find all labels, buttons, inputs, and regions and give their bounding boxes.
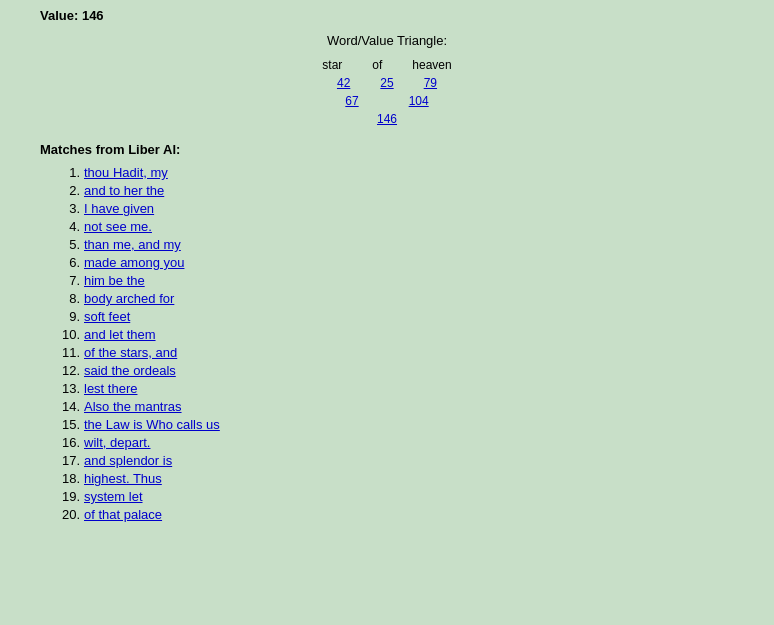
- list-item-link[interactable]: and let them: [84, 327, 156, 342]
- triangle-word-star: star: [322, 58, 342, 72]
- list-item-number: 8.: [50, 291, 80, 306]
- list-item: 8.body arched for: [50, 291, 734, 306]
- list-item: 17.and splendor is: [50, 453, 734, 468]
- list-item-number: 10.: [50, 327, 80, 342]
- matches-list: 1.thou Hadit, my2.and to her the3.I have…: [50, 165, 734, 522]
- list-item-number: 1.: [50, 165, 80, 180]
- list-item-number: 19.: [50, 489, 80, 504]
- list-item: 1.thou Hadit, my: [50, 165, 734, 180]
- list-item-link[interactable]: said the ordeals: [84, 363, 176, 378]
- list-item-number: 9.: [50, 309, 80, 324]
- list-item-number: 17.: [50, 453, 80, 468]
- triangle-values-row: 42 25 79: [40, 76, 734, 90]
- triangle-val-104[interactable]: 104: [409, 94, 429, 108]
- list-item-number: 7.: [50, 273, 80, 288]
- triangle-row2: 67 104: [40, 94, 734, 108]
- triangle-val-79[interactable]: 79: [424, 76, 437, 90]
- list-item-number: 2.: [50, 183, 80, 198]
- list-item-link[interactable]: made among you: [84, 255, 184, 270]
- list-item-number: 20.: [50, 507, 80, 522]
- list-item: 15.the Law is Who calls us: [50, 417, 734, 432]
- list-item-link[interactable]: Also the mantras: [84, 399, 182, 414]
- list-item: 12.said the ordeals: [50, 363, 734, 378]
- list-item-number: 14.: [50, 399, 80, 414]
- list-item-number: 16.: [50, 435, 80, 450]
- list-item: 20.of that palace: [50, 507, 734, 522]
- value-line: Value: 146: [40, 8, 734, 23]
- triangle-section: Word/Value Triangle: star of heaven 42 2…: [40, 33, 734, 126]
- triangle-word-of: of: [372, 58, 382, 72]
- list-item-link[interactable]: thou Hadit, my: [84, 165, 168, 180]
- triangle-total[interactable]: 146: [377, 112, 397, 126]
- list-item: 7.him be the: [50, 273, 734, 288]
- triangle-total-row: 146: [40, 112, 734, 126]
- list-item-number: 4.: [50, 219, 80, 234]
- list-item-number: 12.: [50, 363, 80, 378]
- matches-title: Matches from Liber Al:: [40, 142, 734, 157]
- list-item-link[interactable]: I have given: [84, 201, 154, 216]
- triangle-title: Word/Value Triangle:: [40, 33, 734, 48]
- list-item-link[interactable]: him be the: [84, 273, 145, 288]
- list-item-link[interactable]: wilt, depart.: [84, 435, 150, 450]
- list-item: 16.wilt, depart.: [50, 435, 734, 450]
- list-item: 10.and let them: [50, 327, 734, 342]
- list-item-link[interactable]: and splendor is: [84, 453, 172, 468]
- list-item-link[interactable]: highest. Thus: [84, 471, 162, 486]
- list-item: 9.soft feet: [50, 309, 734, 324]
- list-item-number: 6.: [50, 255, 80, 270]
- list-item: 3.I have given: [50, 201, 734, 216]
- list-item-link[interactable]: soft feet: [84, 309, 130, 324]
- list-item: 2.and to her the: [50, 183, 734, 198]
- list-item-number: 5.: [50, 237, 80, 252]
- list-item-link[interactable]: not see me.: [84, 219, 152, 234]
- list-item-link[interactable]: system let: [84, 489, 143, 504]
- list-item-number: 11.: [50, 345, 80, 360]
- triangle-val-25[interactable]: 25: [380, 76, 393, 90]
- list-item: 11.of the stars, and: [50, 345, 734, 360]
- list-item-number: 3.: [50, 201, 80, 216]
- list-item-number: 13.: [50, 381, 80, 396]
- list-item-link[interactable]: and to her the: [84, 183, 164, 198]
- list-item-link[interactable]: of that palace: [84, 507, 162, 522]
- list-item: 14.Also the mantras: [50, 399, 734, 414]
- main-container: Value: 146 Word/Value Triangle: star of …: [0, 0, 774, 545]
- list-item: 19.system let: [50, 489, 734, 504]
- list-item-number: 18.: [50, 471, 80, 486]
- triangle-word-heaven: heaven: [412, 58, 451, 72]
- list-item: 4.not see me.: [50, 219, 734, 234]
- list-item-link[interactable]: the Law is Who calls us: [84, 417, 220, 432]
- list-item-link[interactable]: body arched for: [84, 291, 174, 306]
- triangle-val-42[interactable]: 42: [337, 76, 350, 90]
- list-item: 5.than me, and my: [50, 237, 734, 252]
- triangle-words-row: star of heaven: [40, 58, 734, 72]
- list-item-link[interactable]: lest there: [84, 381, 137, 396]
- list-item-link[interactable]: of the stars, and: [84, 345, 177, 360]
- list-item-number: 15.: [50, 417, 80, 432]
- triangle-val-67[interactable]: 67: [345, 94, 358, 108]
- list-item-link[interactable]: than me, and my: [84, 237, 181, 252]
- list-item: 6.made among you: [50, 255, 734, 270]
- list-item: 18.highest. Thus: [50, 471, 734, 486]
- list-item: 13.lest there: [50, 381, 734, 396]
